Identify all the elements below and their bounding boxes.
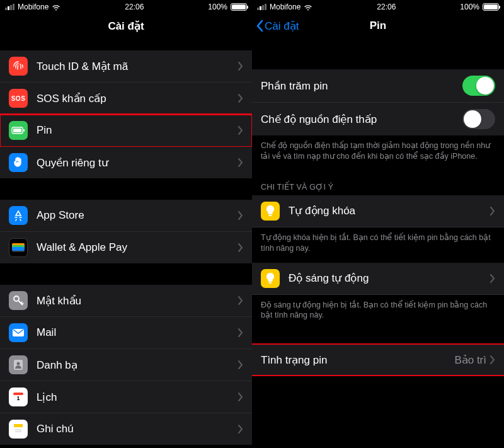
lightbulb-icon (261, 269, 280, 288)
low-power-mode-row[interactable]: Chế độ nguồn điện thấp (252, 103, 504, 135)
cellular-signal-icon (257, 4, 266, 10)
settings-row-notes[interactable]: Ghi chú (0, 413, 252, 445)
carrier-label: Mobifone (18, 3, 49, 11)
auto-lock-suggestion-row[interactable]: Tự động khóa (252, 195, 504, 227)
row-label: Danh bạ (37, 359, 238, 372)
chevron-right-icon (238, 158, 243, 167)
chevron-right-icon (238, 425, 243, 434)
nav-header: Cài đặt Pin (252, 13, 504, 39)
settings-row-battery[interactable]: Pin (0, 115, 252, 147)
row-label: Chế độ nguồn điện thấp (261, 113, 462, 126)
settings-row-appstore[interactable]: App Store (0, 200, 252, 232)
chevron-right-icon (490, 355, 495, 364)
chevron-right-icon (490, 207, 495, 215)
row-label: Quyền riêng tư (37, 156, 238, 169)
battery-icon (231, 3, 247, 11)
carrier-label: Mobifone (270, 3, 301, 11)
chevron-right-icon (238, 296, 243, 305)
auto-lock-note: Tự động khóa hiện bị tắt. Bạn có thể tiế… (252, 227, 504, 263)
settings-screen: Mobifone 22:06 100% Cài đặt Touch ID & M… (0, 0, 252, 448)
chevron-right-icon (238, 360, 243, 369)
settings-row-contacts[interactable]: Danh bạ (0, 349, 252, 381)
battery-percentage-row[interactable]: Phần trăm pin (252, 69, 504, 103)
battery-icon (9, 121, 28, 140)
chevron-right-icon (238, 94, 243, 103)
row-label: SOS khẩn cấp (37, 92, 238, 105)
nav-header: Cài đặt (0, 13, 252, 39)
contacts-icon (9, 355, 28, 374)
notes-icon (9, 420, 28, 439)
svg-rect-2 (23, 129, 25, 132)
row-label: Lịch (37, 391, 238, 404)
chevron-right-icon (490, 274, 495, 283)
suggestions-header: CHI TIẾT VÀ GỢI Ý (252, 171, 504, 195)
low-power-note: Chế độ nguồn điện thấp tạm thời giảm hoạ… (252, 135, 504, 171)
chevron-right-icon (238, 126, 243, 135)
sos-icon: SOS (9, 89, 28, 108)
chevron-right-icon (238, 393, 243, 401)
row-label: Touch ID & Mật mã (37, 60, 238, 73)
svg-rect-19 (269, 282, 272, 284)
row-label: App Store (37, 209, 238, 222)
svg-rect-15 (14, 424, 23, 427)
auto-brightness-note: Độ sáng tự động hiện bị tắt. Bạn có thể … (252, 295, 504, 330)
battery-pct-label: 100% (460, 3, 479, 11)
mail-icon (9, 323, 28, 342)
svg-text:1: 1 (16, 395, 20, 401)
auto-brightness-suggestion-row[interactable]: Độ sáng tự động (252, 263, 504, 295)
row-value: Bảo trì (454, 353, 486, 367)
wifi-icon (52, 4, 60, 10)
svg-rect-1 (13, 129, 21, 132)
chevron-right-icon (238, 211, 243, 220)
settings-row-wallet[interactable]: Wallet & Apple Pay (0, 232, 252, 263)
battery-percentage-toggle[interactable] (462, 76, 495, 96)
wallet-icon (9, 238, 28, 257)
row-label: Pin (37, 124, 238, 137)
page-title: Cài đặt (108, 20, 144, 33)
row-label: Độ sáng tự động (289, 272, 490, 285)
svg-point-7 (14, 296, 19, 301)
chevron-right-icon (238, 328, 243, 337)
key-icon (9, 291, 28, 310)
row-label: Tự động khóa (289, 204, 490, 217)
cellular-signal-icon (5, 4, 14, 10)
battery-health-row[interactable]: Tình trạng pin Bảo trì (252, 345, 504, 375)
settings-row-sos[interactable]: SOSSOS khẩn cấp (0, 83, 252, 115)
svg-rect-6 (12, 247, 25, 251)
settings-row-privacy[interactable]: Quyền riêng tư (0, 147, 252, 178)
row-label: Wallet & Apple Pay (37, 241, 238, 254)
row-label: Mật khẩu (37, 294, 238, 307)
row-label: Ghi chú (37, 423, 238, 435)
clock-label: 22:06 (377, 3, 396, 11)
chevron-left-icon (256, 20, 263, 32)
row-label: Phần trăm pin (261, 79, 462, 93)
svg-rect-18 (269, 215, 272, 216)
chevron-right-icon (238, 62, 243, 71)
wifi-icon (304, 4, 312, 10)
row-label: Tình trạng pin (261, 353, 454, 367)
appstore-icon (9, 206, 28, 225)
back-label: Cài đặt (265, 20, 299, 33)
fingerprint-icon (9, 57, 28, 76)
status-bar: Mobifone 22:06 100% (0, 0, 252, 13)
lightbulb-icon (261, 202, 280, 221)
calendar-icon: 1 (9, 388, 28, 406)
page-title: Pin (370, 20, 386, 32)
hand-icon (9, 153, 28, 172)
back-button[interactable]: Cài đặt (256, 13, 299, 39)
settings-row-calendar[interactable]: 1Lịch (0, 381, 252, 413)
chevron-right-icon (238, 243, 243, 252)
clock-label: 22:06 (125, 3, 144, 11)
battery-icon (483, 3, 499, 11)
settings-row-passwords[interactable]: Mật khẩu (0, 285, 252, 317)
settings-row-touchid[interactable]: Touch ID & Mật mã (0, 50, 252, 83)
low-power-mode-toggle[interactable] (462, 109, 495, 129)
status-bar: Mobifone 22:06 100% (252, 0, 504, 13)
battery-screen: Mobifone 22:06 100% Cài đặt Pin Phần tră… (252, 0, 504, 448)
svg-point-10 (17, 362, 20, 365)
battery-pct-label: 100% (208, 3, 227, 11)
settings-row-mail[interactable]: Mail (0, 317, 252, 349)
row-label: Mail (37, 326, 238, 339)
